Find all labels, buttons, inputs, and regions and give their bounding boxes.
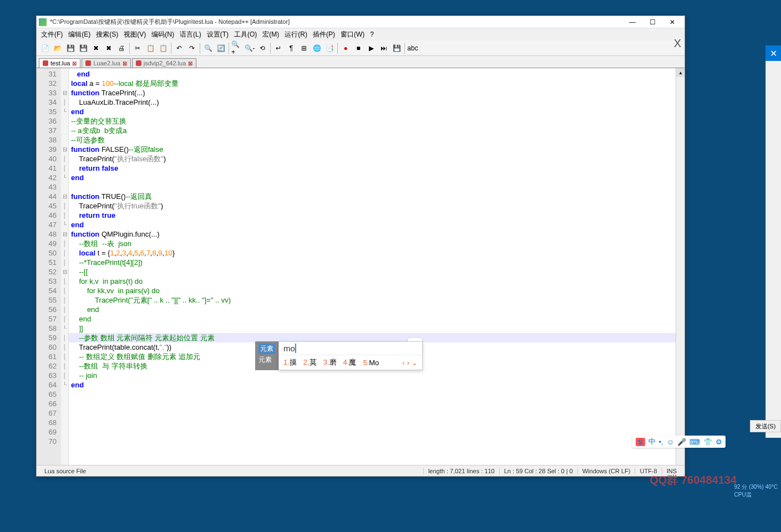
toolbar: 📄 📂 💾 💾 ✖ ✖ 🖨 ✂ 📋 📋 ↶ ↷ 🔍 🔄 🔍+ 🔍- ⟲ ↵ ¶ xyxy=(37,40,684,56)
save-button[interactable]: 💾 xyxy=(64,42,77,54)
status-language: Lua source File xyxy=(40,468,424,474)
menu-item-9[interactable]: 运行(R) xyxy=(282,29,310,40)
play-multi-button[interactable]: ⏭ xyxy=(378,42,390,54)
side-panel xyxy=(765,61,781,438)
sync-button[interactable]: ⟲ xyxy=(256,42,268,54)
minimize-button[interactable]: — xyxy=(622,17,642,28)
menu-item-8[interactable]: 宏(M) xyxy=(260,29,281,40)
stop-macro-button[interactable]: ■ xyxy=(352,42,364,54)
lang-button[interactable]: 🌐 xyxy=(311,42,323,54)
send-button[interactable]: 发送(S) xyxy=(750,420,781,432)
code-editor[interactable]: endlocal a = 100--local 都是局部变量function T… xyxy=(69,68,676,465)
tab-test-lua[interactable]: test.lua⊠ xyxy=(39,58,80,68)
fold-column[interactable]: ⊟│└⊟││└⊟││└⊟│││⊟│││││└│││││└ xyxy=(61,68,69,465)
ime-candidate[interactable]: 2.莫 xyxy=(303,357,317,367)
tab-Luae2-lua[interactable]: Luae2.lua⊠ xyxy=(82,58,130,68)
app-icon xyxy=(39,18,47,26)
tab-close-icon[interactable]: ⊠ xyxy=(123,60,127,66)
menu-item-5[interactable]: 语言(L) xyxy=(178,29,204,40)
indent-guide-button[interactable]: ⊞ xyxy=(298,42,310,54)
status-eol: Windows (CR LF) xyxy=(578,468,636,474)
ime-candidate[interactable]: 5.Mo xyxy=(363,359,379,367)
undo-button[interactable]: ↶ xyxy=(173,42,185,54)
vertical-scrollbar[interactable]: ▲ xyxy=(676,68,684,465)
cpu-badge: 92 分 (30%) 40°CCPU温 xyxy=(734,483,778,499)
file-icon xyxy=(43,60,48,66)
file-icon xyxy=(136,60,141,66)
tab-bar: test.lua⊠Luae2.lua⊠jsdvip2_642.lua⊠ xyxy=(37,56,684,68)
tab-jsdvip2_642-lua[interactable]: jsdvip2_642.lua⊠ xyxy=(132,58,196,68)
open-file-button[interactable]: 📂 xyxy=(52,42,64,54)
zoom-in-button[interactable]: 🔍+ xyxy=(231,42,243,54)
record-macro-button[interactable]: ● xyxy=(339,42,352,54)
menu-item-10[interactable]: 插件(P) xyxy=(311,29,337,40)
ime-input-field[interactable]: mo xyxy=(279,342,422,355)
print-button[interactable]: 🖨 xyxy=(115,42,128,54)
scroll-up-button[interactable]: ▲ xyxy=(676,68,684,77)
ime-candidates[interactable]: 1.摸2.莫3.磨4.魔5.Mo‹›⌄ xyxy=(279,355,422,370)
titlebar[interactable]: *C:\ProgramData\按键精灵\按键精灵手机助手\Plugin\tes… xyxy=(37,16,684,28)
menubar: 文件(F)编辑(E)搜索(S)视图(V)编码(N)语言(L)设置(T)工具(O)… xyxy=(37,28,684,40)
menu-item-1[interactable]: 编辑(E) xyxy=(66,29,93,40)
menu-item-7[interactable]: 工具(O) xyxy=(232,29,259,40)
secondary-close-button[interactable]: X xyxy=(674,37,681,50)
ime-skin-icon[interactable]: 👕 xyxy=(703,438,712,446)
close-button[interactable]: ✕ xyxy=(662,17,682,28)
status-position: Ln : 59 Col : 28 Sel : 0 | 0 xyxy=(500,468,578,474)
spellcheck-button[interactable]: abc xyxy=(407,42,419,54)
maximize-button[interactable]: ☐ xyxy=(642,17,662,28)
cut-button[interactable]: ✂ xyxy=(131,42,144,54)
ime-context-list[interactable]: 元素 元素 xyxy=(255,341,278,370)
doc-map-button[interactable]: 📑 xyxy=(323,42,336,54)
ime-popup: 元素 元素 mo 1.摸2.莫3.磨4.魔5.Mo‹›⌄ xyxy=(255,341,423,370)
ime-keyboard-icon[interactable]: ⌨ xyxy=(689,438,700,446)
notepad-window: *C:\ProgramData\按键精灵\按键精灵手机助手\Plugin\tes… xyxy=(36,16,685,477)
paste-button[interactable]: 📋 xyxy=(157,42,169,54)
replace-button[interactable]: 🔄 xyxy=(215,42,227,54)
ime-settings-icon[interactable]: ⚙ xyxy=(716,438,722,446)
ime-candidate[interactable]: 3.磨 xyxy=(323,357,337,367)
line-gutter: 3132333435363738394041424344454647484950… xyxy=(37,68,61,465)
file-icon xyxy=(85,60,91,66)
copy-button[interactable]: 📋 xyxy=(144,42,156,54)
window-title: *C:\ProgramData\按键精灵\按键精灵手机助手\Plugin\tes… xyxy=(50,18,622,26)
new-file-button[interactable]: 📄 xyxy=(39,42,51,54)
ime-expand-icon[interactable]: ⌄ xyxy=(412,359,418,367)
ime-prev-icon[interactable]: ‹ xyxy=(402,359,404,367)
editor-area: 3132333435363738394041424344454647484950… xyxy=(37,68,684,465)
play-macro-button[interactable]: ▶ xyxy=(365,42,377,54)
ime-candidate[interactable]: 4.魔 xyxy=(343,357,357,367)
menu-item-11[interactable]: 窗口(W) xyxy=(338,29,367,40)
ime-context-item[interactable]: 元素 xyxy=(258,355,275,365)
wordwrap-button[interactable]: ↵ xyxy=(272,42,285,54)
save-macro-button[interactable]: 💾 xyxy=(390,42,403,54)
side-panel-close-button[interactable]: ✕ xyxy=(765,45,781,61)
redo-button[interactable]: ↷ xyxy=(186,42,198,54)
statusbar: Lua source File length : 7,021 lines : 1… xyxy=(37,465,684,476)
show-chars-button[interactable]: ¶ xyxy=(285,42,297,54)
close-file-button[interactable]: ✖ xyxy=(90,42,102,54)
ime-context-selected[interactable]: 元素 xyxy=(258,344,275,354)
save-all-button[interactable]: 💾 xyxy=(77,42,89,54)
tab-close-icon[interactable]: ⊠ xyxy=(188,60,192,66)
menu-item-0[interactable]: 文件(F) xyxy=(39,29,65,40)
watermark-text: QQ群 760484134 xyxy=(650,473,737,488)
menu-item-3[interactable]: 视图(V) xyxy=(121,29,148,40)
menu-item-6[interactable]: 设置(T) xyxy=(205,29,231,40)
menu-item-2[interactable]: 搜索(S) xyxy=(94,29,120,40)
menu-item-12[interactable]: ? xyxy=(368,29,376,39)
ime-voice-icon[interactable]: 🎤 xyxy=(677,438,686,446)
close-all-button[interactable]: ✖ xyxy=(103,42,115,54)
tab-close-icon[interactable]: ⊠ xyxy=(72,60,77,66)
ime-next-icon[interactable]: › xyxy=(407,359,409,367)
ime-candidate[interactable]: 1.摸 xyxy=(283,357,297,367)
menu-item-4[interactable]: 编码(N) xyxy=(149,29,176,40)
status-length: length : 7,021 lines : 110 xyxy=(424,468,500,474)
find-button[interactable]: 🔍 xyxy=(202,42,214,54)
zoom-out-button[interactable]: 🔍- xyxy=(244,42,256,54)
